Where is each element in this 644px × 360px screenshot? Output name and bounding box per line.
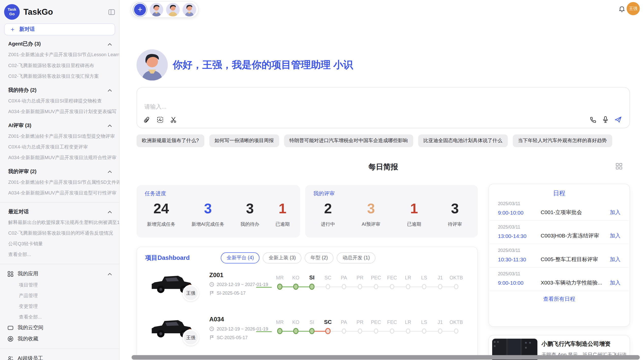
- join-link[interactable]: 加入: [610, 232, 620, 239]
- join-link[interactable]: 加入: [610, 256, 620, 263]
- milestone-dot-pending: [406, 284, 411, 289]
- section-agent-done[interactable]: Agent已办 (3): [0, 39, 119, 49]
- filter-model-year[interactable]: 年型 (2): [305, 252, 333, 264]
- join-link[interactable]: 加入: [610, 209, 620, 216]
- sidebar-item-product-mgmt[interactable]: 产品管理: [0, 290, 119, 301]
- new-chat-label: 新对话: [19, 26, 35, 33]
- list-item[interactable]: Z001-全新燃油皮卡产品开发项目SI节点Lesson Learn报告: [0, 49, 119, 60]
- list-item[interactable]: Z001-全新燃油轻卡产品开发项目SI造型提交物评审: [0, 131, 119, 141]
- section-label: 最近对话: [8, 208, 29, 215]
- chevron-up-icon: [108, 124, 112, 127]
- event-time: 9:00-10:00: [498, 280, 541, 286]
- view-all-schedule-link[interactable]: 查看所有日程: [489, 295, 630, 303]
- stat-value: 3: [240, 201, 259, 217]
- suggestion-chip[interactable]: 特朗普可能对进口汽车增税会对中国车企造成哪些影响: [284, 134, 413, 147]
- sidebar-item-cloud-space[interactable]: 我的云空间: [0, 322, 119, 333]
- stat-label: 待评审: [448, 221, 462, 227]
- list-item[interactable]: C02-飞腾新能源轻客改款项目立项汇报方案: [0, 71, 119, 81]
- list-item[interactable]: A034-全新新能源MUV产品开发项目造型可行性评审: [0, 187, 119, 198]
- list-item[interactable]: C02-飞腾新能源轻客改款项目的闭环通告反馈情况: [0, 228, 119, 238]
- sidebar-item-ai-super-staff[interactable]: AI超级员工: [0, 353, 119, 360]
- clock-icon: [209, 282, 214, 287]
- sidebar-collapse-icon[interactable]: [108, 8, 115, 15]
- image-icon[interactable]: [157, 116, 164, 123]
- app-title: TaskGo: [23, 7, 53, 17]
- join-link[interactable]: 加入: [610, 279, 620, 287]
- flag-icon: [209, 291, 214, 295]
- daily-briefing-title: 每日简报: [137, 162, 630, 172]
- suggestion-chip[interactable]: 当下年轻人对汽车外观有怎样的喜好趋势: [513, 134, 612, 147]
- scissors-icon[interactable]: [170, 116, 177, 123]
- list-item[interactable]: C0X4-动力总成开发项目工程变更评审: [0, 141, 119, 152]
- project-row[interactable]: 王强 Z001 2023-12-19 ~ 2027-01-19 SI-2025-…: [137, 267, 477, 308]
- list-item[interactable]: C0X4-动力总成开发项目SI里程碑提交物检查: [0, 95, 119, 106]
- filter-new-platform[interactable]: 全新平台 (4): [221, 252, 260, 264]
- session-avatar[interactable]: [166, 3, 180, 16]
- task-progress-card: 任务进度 24 新增完成任务 3 新增AI完成任务 3 我的待办 1 已逾期: [137, 185, 300, 237]
- layout-grid-icon[interactable]: [616, 163, 622, 170]
- date-range: 2023-12-19 ~ 2027-01-19: [217, 282, 268, 287]
- app-logo: Task Go: [4, 4, 20, 20]
- suggestion-chip[interactable]: 比亚迪全固态电池计划具体说了什么: [418, 134, 508, 147]
- milestone-label-current: SI: [309, 273, 315, 281]
- suggestion-chip[interactable]: 如何写一份清晰的项目周报: [209, 134, 279, 147]
- filter-powertrain[interactable]: 动总开发 (1): [337, 252, 376, 264]
- milestone-dot-done: [277, 283, 283, 290]
- session-avatar[interactable]: [183, 3, 196, 16]
- list-item[interactable]: 公司Q3轻卡销量: [0, 238, 119, 249]
- schedule-event: 2025/03/11 9:00-10:00 C001-立项审批会 加入: [490, 197, 628, 221]
- view-all-chats-link[interactable]: 查看全部...: [0, 249, 119, 260]
- dashboard-filters: 全新平台 (4) 全新上装 (3) 年型 (2) 动总开发 (1): [221, 252, 376, 264]
- plus-icon: ＋: [9, 25, 16, 33]
- milestone-label: OKTB: [449, 273, 463, 281]
- attachment-icon[interactable]: [143, 116, 150, 123]
- project-row[interactable]: 王强 A034 2023-12-19 ~ 2026-01-19 SC-2025-…: [137, 312, 477, 352]
- section-recent-chats[interactable]: 最近对话: [0, 207, 119, 217]
- list-item[interactable]: C02-飞腾新能源轻客改款项目里程碑画布: [0, 60, 119, 71]
- new-chat-button[interactable]: ＋ 新对话: [4, 23, 115, 35]
- milestone-timeline: MR KO SI SC PA PR PEC FEC LR LS J1 OKTB: [272, 317, 464, 334]
- milestone-label: PR: [357, 273, 363, 281]
- section-my-review[interactable]: 我的评审 (2): [0, 167, 119, 177]
- milestone-label: SI: [310, 317, 314, 325]
- star-icon: [7, 336, 13, 342]
- list-item[interactable]: Z001-全新燃油轻卡产品开发项目SI节点属性5D文件评审: [0, 177, 119, 187]
- suggestion-chip[interactable]: 欧洲新规最近颁布了什么?: [137, 134, 204, 147]
- sidebar-item-my-apps[interactable]: 我的应用: [0, 268, 119, 280]
- filter-new-body[interactable]: 全新上装 (3): [263, 252, 302, 264]
- user-avatar[interactable]: 王强: [627, 2, 640, 15]
- session-toolbar: +: [131, 1, 199, 18]
- section-ai-review[interactable]: AI评审 (3): [0, 121, 119, 131]
- milestone-track: [256, 287, 272, 288]
- milestone-dot-done: [293, 283, 299, 290]
- milestone-date: SC-2025-05-17: [217, 335, 248, 340]
- sidebar-item-change-mgmt[interactable]: 变更管理: [0, 301, 119, 311]
- milestone-dot-done: [309, 328, 315, 334]
- event-date: 2025/03/11: [498, 248, 621, 253]
- chat-input[interactable]: 请输入...: [137, 87, 630, 128]
- main-area: + 王强 你好，王强，我是你的项目管理助理 小识 请输入...: [120, 0, 644, 360]
- list-item[interactable]: 解释最新出台的欧盟报废车法规再生塑料比例被调至15%...: [0, 217, 119, 228]
- send-icon[interactable]: [614, 116, 622, 123]
- add-session-button[interactable]: +: [133, 3, 147, 16]
- phone-call-icon[interactable]: [590, 116, 596, 123]
- schedule-panel: 日程 2025/03/11 9:00-10:00 C001-立项审批会 加入 2…: [489, 184, 630, 327]
- milestone-dot-pending: [438, 328, 443, 334]
- milestone-dot-pending: [438, 284, 443, 289]
- sidebar-item-project-mgmt[interactable]: 项目管理: [0, 279, 119, 290]
- section-my-todo[interactable]: 我的待办 (2): [0, 85, 119, 95]
- list-item[interactable]: A034-全新新能源MUV产品开发项目计划变更表编写: [0, 106, 119, 117]
- people-icon: [7, 355, 13, 360]
- milestone-dot-pending: [326, 284, 330, 289]
- sidebar-item-favorites[interactable]: 我的收藏: [0, 333, 119, 344]
- event-time: 13:00-14:30: [498, 233, 541, 239]
- notification-bell-icon[interactable]: [618, 5, 625, 13]
- milestone-dot-pending: [342, 328, 346, 334]
- session-avatar[interactable]: [150, 3, 163, 16]
- microphone-icon[interactable]: [602, 116, 608, 123]
- milestone-label: LS: [421, 317, 427, 325]
- sidebar-header: Task Go TaskGo: [4, 4, 115, 20]
- view-all-apps-link[interactable]: 查看全部...: [0, 311, 119, 322]
- horizontal-scrollbar[interactable]: [131, 355, 640, 360]
- list-item[interactable]: A034-全新新能源MUV产品开发项目法规符合性评审: [0, 152, 119, 163]
